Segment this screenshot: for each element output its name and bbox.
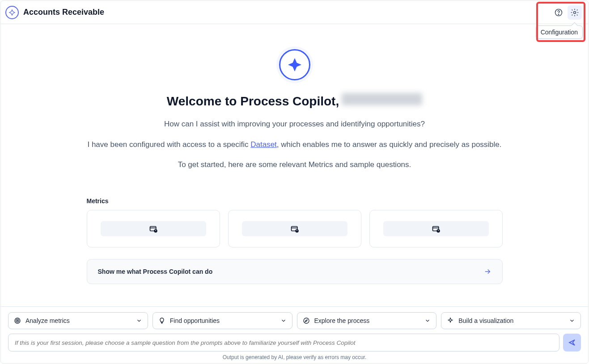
intro-line-2-pre: I have been configured with access to a … <box>87 140 250 149</box>
prompt-input[interactable] <box>8 334 559 351</box>
svg-point-1 <box>558 14 559 14</box>
chip-build-visualization[interactable]: Build a visualization <box>441 312 581 329</box>
welcome-prefix: Welcome to Process Copilot, <box>167 94 339 109</box>
demo-card[interactable]: Show me what Process Copilot can do <box>87 259 503 284</box>
metrics-row <box>87 210 503 247</box>
metrics-label: Metrics <box>87 197 503 205</box>
hero-logo-icon <box>279 49 310 80</box>
target-icon <box>14 317 21 324</box>
chevron-down-icon <box>280 318 287 324</box>
ai-disclaimer: Output is generated by AI, please verify… <box>8 354 581 360</box>
metric-card-1[interactable] <box>87 210 220 247</box>
chip-label: Find opportunities <box>170 317 220 324</box>
dataset-link[interactable]: Dataset <box>250 140 277 149</box>
send-icon <box>568 339 576 347</box>
chip-analyze-metrics[interactable]: Analyze metrics <box>8 312 148 329</box>
header: Accounts Receivable Configuration <box>1 1 588 24</box>
metrics-section: Metrics <box>87 197 503 284</box>
chip-explore-process[interactable]: Explore the process <box>297 312 437 329</box>
svg-point-2 <box>574 11 576 13</box>
intro-line-2: I have been configured with access to a … <box>87 139 501 151</box>
welcome-username-redacted <box>342 93 422 105</box>
suggestion-chip-row: Analyze metrics Find opportunities Explo… <box>8 312 581 329</box>
demo-card-label: Show me what Process Copilot can do <box>98 268 213 275</box>
chip-label: Analyze metrics <box>25 317 70 324</box>
page-title: Accounts Receivable <box>23 8 104 17</box>
svg-point-5 <box>155 231 156 232</box>
chip-label: Explore the process <box>314 317 370 324</box>
metric-placeholder <box>101 221 206 236</box>
metric-placeholder <box>242 221 347 236</box>
app-frame: Accounts Receivable Configuration <box>0 0 589 364</box>
sparkle-icon <box>447 317 454 324</box>
footer: Analyze metrics Find opportunities Explo… <box>1 306 588 363</box>
settings-tooltip: Configuration <box>536 25 583 39</box>
gear-icon <box>570 8 579 17</box>
send-button[interactable] <box>563 334 581 351</box>
main-content: Welcome to Process Copilot, How can I as… <box>1 24 588 312</box>
card-alert-icon <box>290 224 299 233</box>
metric-placeholder <box>383 221 489 236</box>
card-alert-icon <box>432 224 441 233</box>
svg-point-15 <box>304 318 309 323</box>
header-left: Accounts Receivable <box>5 6 104 19</box>
metric-card-2[interactable] <box>228 210 361 247</box>
chip-label: Build a visualization <box>458 317 513 324</box>
svg-point-11 <box>438 231 438 232</box>
card-alert-icon <box>149 224 158 233</box>
chip-find-opportunities[interactable]: Find opportunities <box>153 312 292 329</box>
intro-line-3: To get started, here are some relevant M… <box>178 159 411 171</box>
svg-point-8 <box>297 231 297 232</box>
help-icon <box>554 8 563 17</box>
lightbulb-icon <box>158 317 165 324</box>
metric-card-3[interactable] <box>369 210 503 247</box>
chevron-down-icon <box>569 318 575 324</box>
settings-button[interactable] <box>568 5 582 20</box>
help-button[interactable] <box>551 5 566 20</box>
arrow-right-icon <box>483 268 492 276</box>
input-row <box>8 334 581 351</box>
header-right: Configuration <box>551 5 582 20</box>
intro-line-2-post: , which enables me to answer as quickly … <box>277 140 502 149</box>
intro-line-1: How can I assist with improving your pro… <box>164 118 425 130</box>
chevron-down-icon <box>136 318 142 324</box>
chevron-down-icon <box>424 318 431 324</box>
compass-icon <box>303 317 310 324</box>
app-logo-icon <box>5 6 19 19</box>
svg-point-14 <box>17 320 18 321</box>
welcome-heading: Welcome to Process Copilot, <box>167 93 422 109</box>
